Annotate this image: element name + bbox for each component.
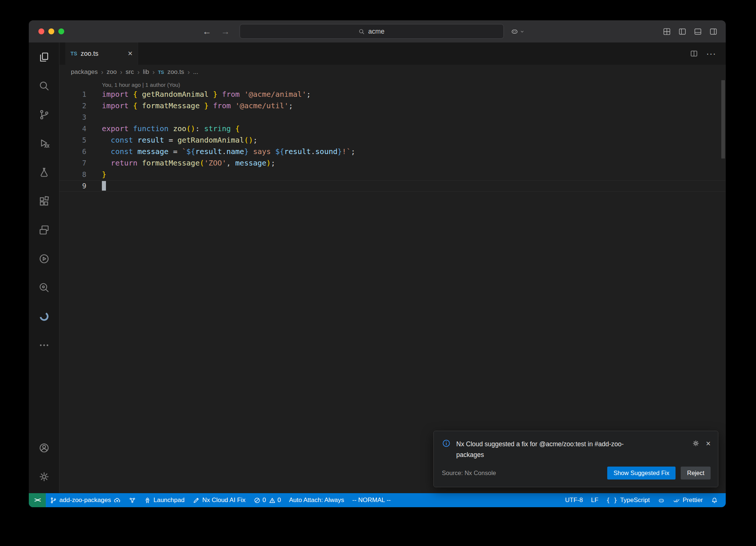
- remote-explorer-icon[interactable]: [29, 215, 59, 244]
- code-line[interactable]: 4export function zoo(): string {: [59, 123, 726, 134]
- command-center-search[interactable]: acme: [240, 24, 504, 39]
- line-number[interactable]: 6: [59, 146, 102, 157]
- breadcrumb-item[interactable]: lib: [143, 68, 149, 76]
- nx-console-icon[interactable]: [29, 244, 59, 273]
- bell-icon: [711, 497, 718, 504]
- copilot-icon: [658, 497, 665, 504]
- copilot-menu[interactable]: [511, 27, 525, 35]
- launchpad-rocket-icon: [144, 497, 151, 504]
- zoom-window-button[interactable]: [58, 28, 64, 34]
- code-search-icon[interactable]: [29, 273, 59, 302]
- split-editor-icon[interactable]: [690, 50, 698, 58]
- publish-cloud-icon: [114, 497, 121, 504]
- nx-cloud-ai-fix-status[interactable]: Nx Cloud AI Fix: [189, 493, 250, 507]
- eol-status[interactable]: LF: [587, 493, 602, 507]
- search-view-icon[interactable]: [29, 71, 59, 100]
- line-number[interactable]: 8: [59, 169, 102, 180]
- more-views-icon[interactable]: [29, 331, 59, 359]
- line-number[interactable]: 4: [59, 123, 102, 134]
- back-button[interactable]: ←: [203, 26, 212, 37]
- run-debug-icon[interactable]: [29, 129, 59, 158]
- code-line[interactable]: 9: [59, 180, 726, 192]
- ai-fix-label: Nx Cloud AI Fix: [202, 496, 245, 504]
- toast-footer: Source: Nx Console Show Suggested Fix Re…: [434, 462, 718, 487]
- auto-attach-label: Auto Attach: Always: [289, 496, 344, 504]
- braces-icon: { }: [606, 497, 618, 504]
- testing-icon[interactable]: [29, 158, 59, 187]
- tab-close-icon[interactable]: ×: [128, 50, 133, 58]
- copilot-status[interactable]: [654, 493, 669, 507]
- line-number[interactable]: 3: [59, 112, 102, 123]
- language-label: TypeScript: [620, 496, 650, 504]
- code-text: }: [102, 169, 106, 180]
- breadcrumb-separator: ›: [137, 68, 140, 76]
- code-line[interactable]: 3: [59, 112, 726, 123]
- toast-close-icon[interactable]: ×: [706, 440, 711, 448]
- problems-status[interactable]: 0 0: [250, 493, 285, 507]
- project-graph-icon: [129, 497, 136, 504]
- vim-mode-status[interactable]: -- NORMAL --: [348, 493, 395, 507]
- git-branch-status[interactable]: add-zoo-packages: [46, 493, 125, 507]
- notification-toast: Nx Cloud suggested a fix for @acme/zoo:t…: [433, 431, 718, 487]
- line-number[interactable]: 1: [59, 89, 102, 100]
- line-number[interactable]: 2: [59, 100, 102, 112]
- code-line[interactable]: 5 const result = getRandomAnimal();: [59, 134, 726, 146]
- breadcrumb-file[interactable]: zoo.ts: [168, 68, 184, 76]
- toggle-secondary-sidebar-icon[interactable]: [709, 27, 718, 36]
- main-area: TS zoo.ts × ··· packages › zoo › src ›: [29, 42, 726, 493]
- code-line[interactable]: 8}: [59, 169, 726, 180]
- language-status[interactable]: { } TypeScript: [602, 493, 654, 507]
- toast-buttons: Show Suggested Fix Reject: [607, 467, 711, 480]
- line-number[interactable]: 7: [59, 157, 102, 169]
- notification-settings-gear-icon[interactable]: [692, 440, 700, 447]
- code-line[interactable]: 2import { formatMessage } from '@acme/ut…: [59, 100, 726, 112]
- launchpad-status[interactable]: Launchpad: [140, 493, 189, 507]
- ai-fix-pencil-icon: [193, 497, 200, 504]
- scrollbar-thumb[interactable]: [721, 80, 725, 158]
- activity-bar: [29, 42, 59, 493]
- more-actions-icon[interactable]: ···: [706, 48, 716, 59]
- toggle-panel-icon[interactable]: [694, 27, 702, 36]
- source-control-icon[interactable]: [29, 100, 59, 129]
- search-text: acme: [368, 28, 384, 35]
- extensions-icon[interactable]: [29, 187, 59, 215]
- forward-button[interactable]: →: [221, 26, 230, 37]
- desktop-background: ← → acme: [0, 0, 756, 546]
- auto-attach-status[interactable]: Auto Attach: Always: [285, 493, 348, 507]
- code-line[interactable]: 6 const message = `${result.name} says $…: [59, 146, 726, 157]
- edge-tools-icon[interactable]: [29, 302, 59, 331]
- history-navigation: ← →: [203, 26, 230, 37]
- editor-scrollbar[interactable]: [721, 79, 725, 493]
- line-number[interactable]: 9: [59, 180, 102, 192]
- code-text: return formatMessage('ZOO', message);: [102, 157, 275, 169]
- code-line[interactable]: 1import { getRandomAnimal } from '@acme/…: [59, 89, 726, 100]
- notifications-status[interactable]: [707, 493, 722, 507]
- breadcrumb-item[interactable]: src: [126, 68, 134, 76]
- minimize-window-button[interactable]: [48, 28, 54, 34]
- settings-gear-icon[interactable]: [29, 462, 59, 491]
- breadcrumb: packages › zoo › src › lib › TS zoo.ts ›…: [59, 65, 726, 79]
- explorer-icon[interactable]: [29, 42, 59, 71]
- accounts-icon[interactable]: [29, 433, 59, 462]
- breadcrumb-item[interactable]: packages: [71, 68, 98, 76]
- remote-indicator[interactable]: ><: [29, 493, 46, 507]
- show-suggested-fix-button[interactable]: Show Suggested Fix: [607, 467, 676, 480]
- line-number[interactable]: 5: [59, 134, 102, 146]
- codelens-annotation[interactable]: You, 1 hour ago | 1 author (You): [102, 82, 726, 88]
- titlebar: ← → acme: [29, 20, 726, 42]
- code-text: [102, 180, 106, 192]
- breadcrumb-separator: ›: [152, 68, 155, 76]
- breadcrumb-more[interactable]: ...: [193, 68, 198, 76]
- breadcrumb-item[interactable]: zoo: [107, 68, 117, 76]
- tab-zoo-ts[interactable]: TS zoo.ts ×: [65, 42, 138, 65]
- code-text: const result = getRandomAnimal();: [102, 134, 258, 146]
- prettier-status[interactable]: Prettier: [669, 493, 707, 507]
- code-line[interactable]: 7 return formatMessage('ZOO', message);: [59, 157, 726, 169]
- encoding-status[interactable]: UTF-8: [561, 493, 587, 507]
- toggle-sidebar-icon[interactable]: [678, 27, 687, 36]
- code-text: const message = `${result.name} says ${r…: [102, 146, 355, 157]
- reject-button[interactable]: Reject: [681, 467, 711, 480]
- close-window-button[interactable]: [38, 28, 44, 34]
- nx-project-graph-status[interactable]: [125, 493, 140, 507]
- customize-layout-icon[interactable]: [663, 27, 671, 36]
